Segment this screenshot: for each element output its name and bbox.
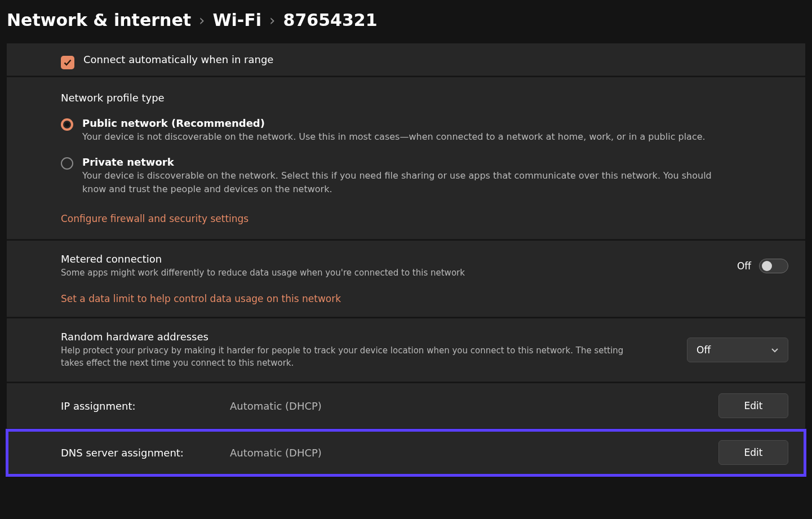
chevron-right-icon: › [199, 12, 205, 29]
connect-auto-checkbox[interactable] [61, 56, 74, 69]
breadcrumb-wifi[interactable]: Wi-Fi [213, 10, 262, 30]
radio-private-label: Private network [82, 156, 713, 168]
ip-assignment-label: IP assignment: [61, 400, 230, 412]
section-metered-connection: Metered connection Some apps might work … [7, 241, 805, 317]
breadcrumb-network-internet[interactable]: Network & internet [7, 10, 191, 30]
section-connect-auto: Connect automatically when in range [7, 43, 805, 76]
toggle-knob-icon [762, 261, 772, 271]
random-hw-select[interactable]: Off [687, 338, 788, 362]
radio-public-network[interactable]: Public network (Recommended) Your device… [61, 117, 788, 144]
radio-icon [61, 118, 73, 131]
dns-assignment-value: Automatic (DHCP) [230, 447, 702, 459]
chevron-down-icon [771, 346, 779, 354]
section-ip-assignment: IP assignment: Automatic (DHCP) Edit [7, 383, 805, 429]
data-limit-link[interactable]: Set a data limit to help control data us… [61, 293, 341, 304]
section-dns-assignment: DNS server assignment: Automatic (DHCP) … [7, 430, 805, 476]
network-profile-header: Network profile type [61, 92, 788, 104]
metered-toggle-state: Off [737, 260, 751, 272]
radio-icon [61, 157, 73, 170]
radio-private-desc: Your device is discoverable on the netwo… [82, 169, 713, 196]
ip-assignment-value: Automatic (DHCP) [230, 400, 702, 412]
section-network-profile: Network profile type Public network (Rec… [7, 77, 805, 239]
section-random-hw: Random hardware addresses Help protect y… [7, 318, 805, 383]
random-hw-value: Off [696, 344, 711, 356]
ip-assignment-edit-button[interactable]: Edit [718, 393, 788, 418]
random-hw-title: Random hardware addresses [61, 331, 670, 343]
radio-public-label: Public network (Recommended) [82, 117, 705, 129]
dns-assignment-edit-button[interactable]: Edit [718, 440, 788, 465]
breadcrumb: Network & internet › Wi-Fi › 87654321 [0, 0, 812, 43]
dns-assignment-label: DNS server assignment: [61, 447, 230, 459]
metered-toggle[interactable] [759, 259, 788, 273]
metered-title: Metered connection [61, 253, 720, 265]
firewall-settings-link[interactable]: Configure firewall and security settings [61, 213, 249, 224]
check-icon [63, 58, 72, 67]
breadcrumb-current: 87654321 [283, 10, 378, 30]
connect-auto-label: Connect automatically when in range [61, 54, 788, 65]
metered-desc: Some apps might work differently to redu… [61, 267, 647, 280]
chevron-right-icon: › [269, 12, 275, 29]
radio-private-network[interactable]: Private network Your device is discovera… [61, 156, 788, 196]
random-hw-desc: Help protect your privacy by making it h… [61, 345, 647, 370]
radio-public-desc: Your device is not discoverable on the n… [82, 130, 705, 144]
